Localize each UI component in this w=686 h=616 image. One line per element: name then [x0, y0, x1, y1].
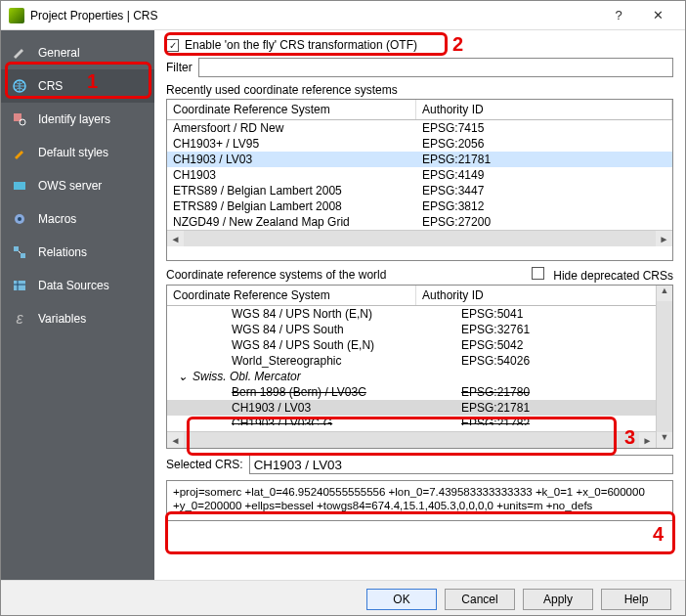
- svg-point-5: [18, 217, 21, 221]
- recent-row[interactable]: CH1903+ / LV95EPSG:2056: [167, 136, 672, 152]
- table-icon: [11, 277, 28, 294]
- sidebar-item-crs[interactable]: CRS: [1, 69, 154, 103]
- scroll-left-icon[interactable]: ◄: [167, 234, 184, 244]
- sidebar-item-label: Data Sources: [38, 279, 109, 292]
- cancel-button[interactable]: Cancel: [445, 589, 515, 610]
- tree-row[interactable]: WGS 84 / UPS SouthEPSG:32761: [167, 322, 656, 337]
- epsilon-icon: ε: [11, 310, 28, 328]
- recent-row[interactable]: NZGD49 / New Zealand Map GridEPSG:27200: [167, 214, 672, 230]
- tree-group[interactable]: ⌄Swiss. Obl. Mercator: [167, 369, 656, 384]
- recent-col-crs[interactable]: Coordinate Reference System: [167, 100, 416, 119]
- sidebar-item-macros[interactable]: Macros: [1, 202, 154, 236]
- scroll-right-icon[interactable]: ►: [656, 234, 672, 244]
- relations-icon: [11, 243, 28, 261]
- sidebar-item-variables[interactable]: ε Variables: [1, 302, 154, 335]
- scroll-up-icon[interactable]: ▲: [657, 286, 672, 301]
- sidebar: General CRS Identify layers Default styl…: [1, 30, 154, 580]
- tree-row[interactable]: WGS 84 / UPS North (E,N)EPSG:5041: [167, 306, 656, 322]
- sidebar-item-datasources[interactable]: Data Sources: [1, 269, 154, 302]
- ok-button[interactable]: OK: [366, 589, 437, 610]
- world-header: Coordinate Reference System Authority ID: [167, 286, 672, 306]
- gear-icon: [11, 210, 28, 228]
- scroll-right-icon[interactable]: ►: [639, 435, 656, 446]
- close-button[interactable]: ✕: [638, 8, 677, 22]
- tree-row[interactable]: WGS 84 / UPS South (E,N)EPSG:5042: [167, 337, 656, 353]
- recent-col-auth[interactable]: Authority ID: [416, 100, 672, 119]
- otf-label: Enable 'on the fly' CRS transformation (…: [185, 38, 417, 52]
- tree-row[interactable]: CH1903 / LV03EPSG:21781: [167, 400, 656, 416]
- hide-deprecated-checkbox[interactable]: [532, 267, 544, 280]
- main-panel: ✓ Enable 'on the fly' CRS transformation…: [154, 30, 685, 580]
- world-scroll-h[interactable]: ◄ ►: [167, 431, 656, 448]
- sidebar-item-ows[interactable]: OWS server: [1, 169, 154, 202]
- svg-rect-3: [14, 182, 25, 190]
- world-tree[interactable]: Coordinate Reference System Authority ID…: [166, 285, 673, 449]
- titlebar: Project Properties | CRS ? ✕: [1, 1, 685, 30]
- otf-checkbox[interactable]: ✓: [166, 39, 179, 52]
- app-icon: [9, 8, 24, 23]
- sidebar-item-label: General: [38, 46, 80, 60]
- apply-button[interactable]: Apply: [523, 589, 593, 610]
- help-button[interactable]: ?: [599, 8, 638, 22]
- help-button-footer[interactable]: Help: [601, 589, 671, 610]
- recent-row[interactable]: Amersfoort / RD NewEPSG:7415: [167, 120, 672, 136]
- world-label: Coordinate reference systems of the worl…: [166, 268, 386, 282]
- globe-icon: [11, 77, 28, 95]
- svg-point-2: [20, 119, 25, 125]
- scroll-down-icon[interactable]: ▼: [657, 432, 672, 448]
- recent-scroll-h[interactable]: ◄ ►: [167, 230, 672, 246]
- brush-icon: [11, 144, 28, 161]
- recent-row[interactable]: CH1903EPSG:4149: [167, 167, 672, 183]
- sidebar-item-relations[interactable]: Relations: [1, 236, 154, 269]
- world-col-crs[interactable]: Coordinate Reference System: [167, 286, 416, 305]
- sidebar-item-label: Default styles: [38, 146, 108, 159]
- recent-list[interactable]: Coordinate Reference System Authority ID…: [166, 99, 673, 261]
- sidebar-item-label: Variables: [38, 312, 86, 326]
- world-scroll-v[interactable]: ▲ ▼: [656, 286, 672, 448]
- world-col-auth[interactable]: Authority ID: [416, 286, 672, 305]
- identify-icon: [11, 110, 28, 128]
- tree-row[interactable]: World_StereographicEPSG:54026: [167, 353, 656, 369]
- ows-icon: [11, 177, 28, 195]
- filter-label: Filter: [166, 61, 193, 74]
- tree-row[interactable]: Bern 1898 (Bern) / LV03CEPSG:21780: [167, 384, 656, 400]
- svg-line-8: [19, 251, 21, 253]
- recent-row[interactable]: ETRS89 / Belgian Lambert 2005EPSG:3447: [167, 183, 672, 198]
- scroll-left-icon[interactable]: ◄: [167, 435, 184, 446]
- svg-rect-9: [14, 281, 25, 290]
- svg-rect-6: [14, 246, 19, 251]
- proj-string: +proj=somerc +lat_0=46.95240555555556 +l…: [166, 480, 673, 521]
- wrench-icon: [11, 44, 28, 62]
- svg-rect-7: [21, 253, 25, 258]
- sidebar-item-label: Macros: [38, 212, 76, 226]
- sidebar-item-label: Relations: [38, 245, 87, 259]
- recent-label: Recently used coordinate reference syste…: [166, 83, 673, 97]
- sidebar-item-general[interactable]: General: [1, 36, 154, 69]
- selected-crs-field[interactable]: [249, 455, 673, 474]
- recent-row[interactable]: CH1903 / LV03EPSG:21781: [167, 152, 672, 167]
- sidebar-item-styles[interactable]: Default styles: [1, 136, 154, 169]
- sidebar-item-label: Identify layers: [38, 112, 110, 126]
- sidebar-item-identify[interactable]: Identify layers: [1, 103, 154, 136]
- selected-crs-label: Selected CRS:: [166, 458, 243, 471]
- sidebar-item-label: OWS server: [38, 179, 102, 193]
- recent-row[interactable]: ETRS89 / Belgian Lambert 2008EPSG:3812: [167, 198, 672, 214]
- sidebar-item-label: CRS: [38, 79, 63, 93]
- hide-deprecated-label: Hide deprecated CRSs: [553, 269, 673, 283]
- filter-input[interactable]: [198, 58, 673, 77]
- tree-row[interactable]: CH1903 / LV03C-GEPSG:21782: [167, 416, 656, 425]
- dialog-footer: OK Cancel Apply Help: [1, 580, 685, 616]
- window-title: Project Properties | CRS: [30, 9, 599, 22]
- recent-header: Coordinate Reference System Authority ID: [167, 100, 672, 120]
